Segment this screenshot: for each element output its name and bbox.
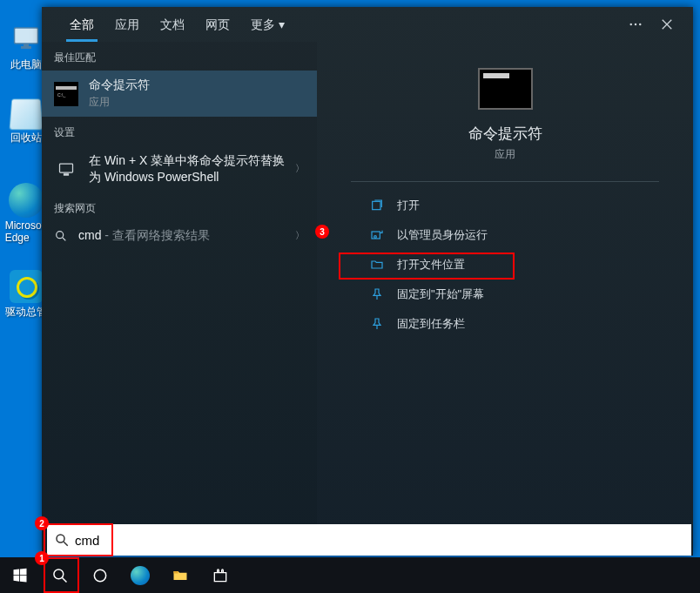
desktop-icon-label: 此电脑	[10, 57, 42, 72]
svg-point-20	[54, 569, 64, 578]
tab-all[interactable]: 全部	[59, 7, 104, 42]
pc-icon	[9, 21, 44, 56]
close-icon	[661, 18, 673, 30]
open-icon	[369, 198, 385, 213]
taskbar-edge[interactable]	[120, 557, 160, 593]
search-panel: 全部 应用 文档 网页 更多▾ 最佳匹配 C:\_ 命令提示符 应用 设置	[42, 7, 693, 556]
driver-icon	[10, 270, 43, 303]
taskbar-cortana[interactable]	[80, 557, 120, 593]
preview-thumbnail	[478, 68, 533, 110]
edge-icon	[9, 183, 44, 218]
result-best-match[interactable]: C:\_ 命令提示符 应用	[42, 71, 317, 117]
search-icon	[54, 532, 70, 548]
svg-rect-1	[21, 46, 31, 49]
svg-point-3	[630, 24, 632, 25]
taskbar-explorer[interactable]	[160, 557, 200, 593]
result-web-search[interactable]: cmd - 查看网络搜索结果 〉	[42, 221, 317, 251]
search-results-column: 最佳匹配 C:\_ 命令提示符 应用 设置 在 Win + X 菜单中将命令提示…	[42, 42, 317, 556]
cmd-icon: C:\_	[54, 82, 78, 106]
taskbar-store[interactable]	[200, 557, 240, 593]
action-label: 固定到"开始"屏幕	[397, 286, 484, 302]
search-box[interactable]	[47, 524, 691, 556]
close-button[interactable]	[651, 9, 683, 40]
desktop-icon-edge[interactable]: Microsoft Edge	[5, 183, 47, 244]
result-title: 在 Win + X 菜单中将命令提示符替换为 Windows PowerShel…	[89, 152, 295, 185]
edge-icon	[131, 566, 150, 585]
tab-apps[interactable]: 应用	[104, 7, 150, 42]
options-button[interactable]	[620, 9, 651, 40]
svg-point-4	[635, 24, 636, 25]
search-tab-row: 全部 应用 文档 网页 更多▾	[42, 7, 693, 42]
desktop-icon-label: 回收站	[10, 131, 42, 145]
svg-rect-0	[15, 28, 38, 44]
chevron-right-icon: 〉	[295, 229, 305, 242]
preview-title: 命令提示符	[468, 124, 542, 144]
preview-subtitle: 应用	[495, 147, 515, 162]
tab-docs[interactable]: 文档	[150, 7, 195, 42]
svg-text:C:\_: C:\_	[57, 92, 65, 98]
search-icon	[51, 567, 69, 584]
store-icon	[212, 567, 229, 584]
section-web: 搜索网页	[42, 192, 317, 221]
svg-rect-6	[56, 86, 77, 90]
folder-icon	[172, 567, 189, 584]
action-label: 固定到任务栏	[397, 316, 465, 332]
svg-rect-10	[64, 174, 69, 175]
recycle-icon	[9, 99, 43, 131]
section-best-match: 最佳匹配	[42, 42, 317, 71]
ellipsis-icon	[629, 18, 642, 30]
result-setting-powershell[interactable]: 在 Win + X 菜单中将命令提示符替换为 Windows PowerShel…	[42, 145, 317, 192]
desktop-icon-driver[interactable]: 驱动总管	[5, 270, 47, 320]
section-settings: 设置	[42, 117, 317, 145]
cortana-icon	[91, 567, 109, 584]
svg-line-21	[63, 577, 67, 582]
windows-icon	[11, 567, 29, 584]
pin-icon	[369, 316, 385, 332]
search-input[interactable]	[70, 528, 684, 553]
svg-rect-13	[373, 201, 380, 209]
desktop-icon-recycle-bin[interactable]: 回收站	[5, 98, 47, 145]
action-pin-start[interactable]: 固定到"开始"屏幕	[360, 280, 650, 309]
settings-icon	[54, 157, 78, 181]
desktop-icon-this-pc[interactable]: 此电脑	[5, 21, 47, 72]
admin-icon	[369, 227, 385, 243]
search-icon	[54, 229, 68, 243]
svg-line-12	[63, 238, 65, 240]
action-pin-taskbar[interactable]: 固定到任务栏	[360, 309, 650, 339]
folder-icon	[369, 257, 385, 273]
svg-point-5	[639, 24, 641, 25]
action-label: 以管理员身份运行	[397, 227, 488, 243]
annotation-badge-1: 1	[35, 551, 49, 565]
svg-point-11	[57, 231, 64, 238]
annotation-badge-2: 2	[35, 516, 49, 530]
svg-point-18	[57, 535, 64, 542]
result-title: cmd - 查看网络搜索结果	[78, 228, 295, 244]
result-subtitle: 应用	[89, 95, 305, 110]
svg-rect-2	[24, 44, 29, 46]
result-title: 命令提示符	[89, 77, 305, 93]
action-open-location[interactable]: 打开文件位置	[360, 250, 650, 280]
start-button[interactable]	[0, 557, 40, 593]
action-label: 打开	[397, 198, 420, 213]
action-run-as-admin[interactable]: 以管理员身份运行	[360, 220, 650, 250]
separator	[351, 181, 659, 182]
action-label: 打开文件位置	[397, 257, 465, 273]
chevron-down-icon: ▾	[279, 17, 285, 31]
tab-web[interactable]: 网页	[195, 7, 240, 42]
desktop-icon-label: 驱动总管	[5, 305, 47, 320]
svg-rect-9	[60, 164, 73, 172]
svg-point-15	[374, 236, 377, 239]
action-open[interactable]: 打开	[360, 191, 650, 220]
pin-icon	[369, 286, 385, 302]
svg-rect-23	[174, 571, 178, 574]
annotation-badge-3: 3	[315, 225, 329, 239]
taskbar	[0, 557, 700, 593]
tab-more[interactable]: 更多▾	[240, 7, 295, 42]
svg-point-22	[94, 569, 105, 581]
chevron-right-icon: 〉	[295, 162, 305, 175]
search-preview-column: 命令提示符 应用 打开 以管理员身份运行 打开文件位置 固定到"开	[317, 42, 693, 556]
svg-line-19	[64, 542, 68, 546]
